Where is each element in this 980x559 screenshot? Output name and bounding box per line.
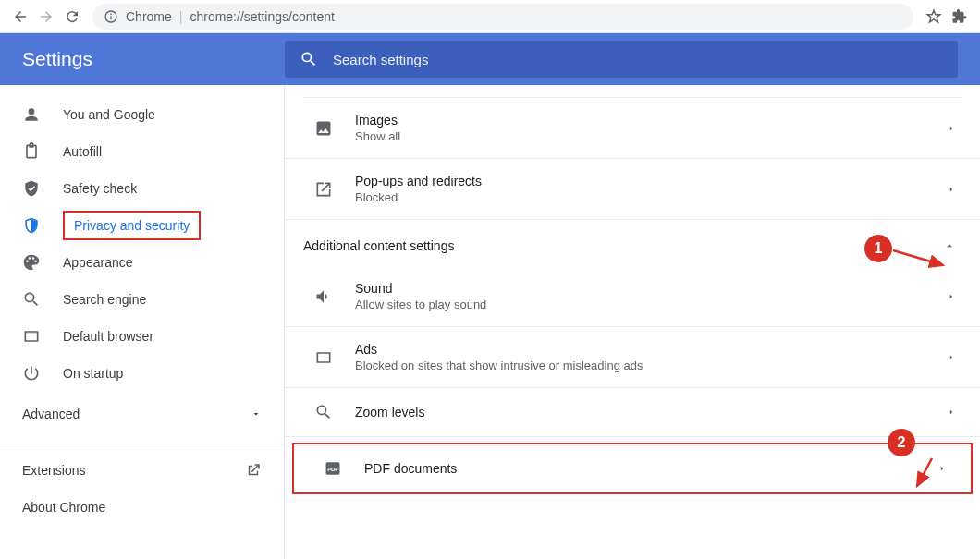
row-sub: Allow sites to play sound <box>355 298 947 311</box>
search-icon <box>300 50 318 68</box>
sidebar-item-you-and-google[interactable]: You and Google <box>0 96 284 133</box>
annotation-badge-2: 2 <box>888 429 915 456</box>
sidebar-item-privacy-security[interactable]: Privacy and security <box>0 207 284 244</box>
sidebar-item-search-engine[interactable]: Search engine <box>0 281 284 318</box>
sidebar-item-appearance[interactable]: Appearance <box>0 244 284 281</box>
shield-icon <box>22 216 41 235</box>
sound-icon <box>314 287 333 306</box>
pdf-icon: PDF <box>324 459 342 478</box>
svg-line-5 <box>893 250 943 265</box>
annotation-1-text: 1 <box>875 240 883 257</box>
main-content: Images Show all Pop-ups and redirects Bl… <box>285 85 980 559</box>
sidebar-item-label: Privacy and security <box>63 211 201 240</box>
sidebar-item-about-chrome[interactable]: About Chrome <box>0 489 284 526</box>
address-bar[interactable]: Chrome | chrome://settings/content <box>92 4 913 30</box>
sidebar-item-label: Autofill <box>63 144 102 159</box>
setting-row-pdf-documents[interactable]: PDF PDF documents <box>292 443 973 494</box>
puzzle-icon <box>951 8 968 25</box>
sidebar: You and Google Autofill Safety check Pri… <box>0 85 285 559</box>
row-sub: Blocked <box>355 190 947 204</box>
arrow-right-icon <box>38 8 55 25</box>
extensions-button[interactable] <box>947 4 973 30</box>
sidebar-item-label: Safety check <box>63 181 137 196</box>
row-title: Ads <box>355 342 947 357</box>
sidebar-item-label: You and Google <box>63 107 155 122</box>
forward-button[interactable] <box>33 4 59 30</box>
star-icon <box>925 8 942 25</box>
chevron-right-icon <box>947 124 956 133</box>
settings-header: Settings <box>0 33 980 85</box>
addr-divider: | <box>179 9 183 24</box>
info-icon <box>104 9 118 24</box>
url-text: chrome://settings/content <box>190 9 334 24</box>
row-title: Zoom levels <box>355 405 947 419</box>
sidebar-item-autofill[interactable]: Autofill <box>0 133 284 170</box>
chevron-right-icon <box>947 407 956 417</box>
bookmark-button[interactable] <box>921 4 947 30</box>
caret-down-icon <box>251 408 262 419</box>
sidebar-item-label: Default browser <box>63 329 153 344</box>
zoom-icon <box>314 403 333 421</box>
svg-point-1 <box>110 13 112 15</box>
clipboard-icon <box>22 142 41 161</box>
setting-row-ads[interactable]: Ads Blocked on sites that show intrusive… <box>285 327 980 388</box>
sidebar-item-label: On startup <box>63 366 123 381</box>
extensions-label: Extensions <box>22 463 85 478</box>
row-sub: Show all <box>355 129 947 143</box>
power-icon <box>22 364 41 383</box>
sidebar-item-extensions[interactable]: Extensions <box>0 452 284 489</box>
popup-icon <box>314 180 333 199</box>
chevron-right-icon <box>947 185 956 194</box>
setting-row-sound[interactable]: Sound Allow sites to play sound <box>285 266 980 327</box>
row-title: PDF documents <box>364 461 937 476</box>
image-icon <box>314 119 333 138</box>
row-title: Pop-ups and redirects <box>355 174 947 188</box>
sidebar-item-on-startup[interactable]: On startup <box>0 355 284 392</box>
row-title: Images <box>355 113 947 128</box>
person-icon <box>22 105 41 124</box>
svg-line-6 <box>917 458 932 486</box>
reload-button[interactable] <box>59 4 85 30</box>
arrow-left-icon <box>12 8 29 25</box>
external-link-icon <box>245 462 262 479</box>
annotation-2-text: 2 <box>898 434 906 451</box>
shield-check-icon <box>22 179 41 198</box>
svg-rect-2 <box>110 16 111 19</box>
ads-icon <box>314 348 333 367</box>
section-header-label: Additional content settings <box>303 238 454 253</box>
reload-icon <box>64 8 80 25</box>
partial-row <box>303 85 962 98</box>
search-settings-input[interactable] <box>333 52 943 67</box>
svg-text:PDF: PDF <box>327 467 338 472</box>
sidebar-advanced[interactable]: Advanced <box>0 392 284 436</box>
sidebar-item-label: Appearance <box>63 255 133 270</box>
row-sub: Blocked on sites that show intrusive or … <box>355 358 947 372</box>
browser-name: Chrome <box>126 9 172 24</box>
sidebar-item-label: Search engine <box>63 292 146 307</box>
palette-icon <box>22 253 41 272</box>
about-label: About Chrome <box>22 500 105 515</box>
sidebar-item-default-browser[interactable]: Default browser <box>0 318 284 355</box>
annotation-badge-1: 1 <box>864 235 892 262</box>
chevron-right-icon <box>947 353 956 362</box>
back-button[interactable] <box>7 4 33 30</box>
setting-row-images[interactable]: Images Show all <box>285 98 980 159</box>
search-settings-box[interactable] <box>285 41 958 78</box>
setting-row-popups[interactable]: Pop-ups and redirects Blocked <box>285 159 980 220</box>
browser-toolbar: Chrome | chrome://settings/content <box>0 0 980 33</box>
settings-title: Settings <box>22 48 285 70</box>
sidebar-divider <box>0 444 284 444</box>
chevron-right-icon <box>947 292 956 301</box>
setting-row-zoom-levels[interactable]: Zoom levels <box>285 388 980 437</box>
search-icon <box>22 290 41 309</box>
annotation-arrow-1 <box>889 247 952 273</box>
annotation-arrow-2 <box>906 455 943 493</box>
advanced-label: Advanced <box>22 407 80 421</box>
browser-icon <box>22 327 41 346</box>
row-title: Sound <box>355 281 947 296</box>
sidebar-item-safety-check[interactable]: Safety check <box>0 170 284 207</box>
